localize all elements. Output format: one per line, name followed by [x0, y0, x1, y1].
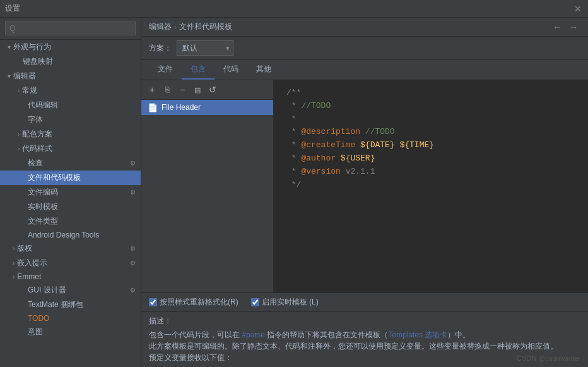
- reset-template-button[interactable]: ↺: [206, 83, 220, 97]
- sidebar-item-label: TextMate 捆绑包: [28, 299, 83, 310]
- sidebar-item-font[interactable]: 字体: [0, 112, 141, 127]
- template-toolbar: + ⎘ − ▤ ↺: [141, 80, 273, 100]
- reformat-label: 按照样式重新格式化(R): [160, 297, 238, 308]
- tab-files[interactable]: 文件: [149, 60, 182, 80]
- watermark: CSDN @csdmwinter: [517, 354, 580, 362]
- code-line-5: * @createTime ${DATE} ${TIME}: [286, 139, 582, 152]
- main-layout: ▾ 外观与行为键盘映射▾ 编辑器› 常规代码编辑字体› 配色方案› 代码样式检查…: [0, 18, 588, 367]
- description-label: 描述：: [149, 316, 580, 327]
- badge-icon: ⚙: [130, 189, 136, 196]
- sidebar-item-label: 代码样式: [22, 143, 52, 154]
- template-list: + ⎘ − ▤ ↺ 📄 File Header: [141, 80, 274, 292]
- code-line-6: * @author ${USER}: [286, 152, 582, 165]
- breadcrumb-part2: 文件和代码模板: [179, 21, 232, 32]
- sidebar-item-file-types[interactable]: 文件类型: [0, 214, 141, 229]
- sidebar-item-label: 常规: [22, 85, 37, 96]
- live-template-checkbox[interactable]: [251, 298, 259, 306]
- sidebar-item-file-templates[interactable]: 文件和代码模板: [0, 171, 141, 185]
- tab-includes[interactable]: 包含: [182, 60, 215, 80]
- scheme-select-wrapper: 默认 ▼: [177, 40, 233, 56]
- reformat-checkbox-label[interactable]: 按照样式重新格式化(R): [149, 297, 238, 308]
- sidebar-item-editor[interactable]: ▾ 编辑器: [0, 69, 141, 83]
- code-editor[interactable]: /** * //TODO * * @description //TODO * @…: [274, 80, 588, 292]
- back-button[interactable]: ←: [550, 20, 564, 34]
- scheme-label: 方案：: [149, 43, 172, 54]
- title-bar: 设置 ✕: [0, 0, 588, 18]
- badge-icon: ⚙: [130, 287, 136, 294]
- sidebar-item-label: 字体: [28, 114, 43, 125]
- sidebar-item-file-encoding[interactable]: 文件编码⚙: [0, 185, 141, 200]
- breadcrumb-separator: ›: [174, 23, 177, 32]
- sidebar-item-label: 文件类型: [28, 216, 58, 227]
- templates-link[interactable]: Templates 选项卡: [388, 330, 447, 339]
- sidebar-item-code-style[interactable]: › 代码样式: [0, 141, 141, 156]
- sidebar-item-label: 文件和代码模板: [28, 172, 81, 183]
- window-title: 设置: [5, 3, 20, 14]
- code-line-2: * //TODO: [286, 100, 582, 113]
- scheme-select[interactable]: 默认: [177, 40, 233, 56]
- remove-template-button[interactable]: −: [175, 83, 189, 97]
- expand-arrow: ›: [18, 145, 20, 152]
- expand-arrow: ›: [18, 87, 20, 94]
- sidebar-item-label: 版权: [17, 243, 32, 254]
- sidebar-item-label: 编辑器: [13, 71, 36, 81]
- sidebar-item-gui-designer[interactable]: GUI 设计器⚙: [0, 283, 141, 298]
- expand-arrow: ›: [18, 131, 20, 138]
- sidebar-item-label: GUI 设计器: [28, 285, 66, 296]
- moveup-template-button[interactable]: ▤: [191, 83, 204, 97]
- parse-link[interactable]: #parse: [242, 330, 265, 339]
- tab-code[interactable]: 代码: [215, 60, 247, 80]
- sidebar-item-textmate[interactable]: TextMate 捆绑包: [0, 298, 141, 312]
- template-area: + ⎘ − ▤ ↺ 📄 File Header /** *: [141, 80, 588, 367]
- sidebar-item-label: 检查: [28, 158, 43, 169]
- sidebar-item-general[interactable]: › 常规: [0, 83, 141, 98]
- template-item-label: File Header: [162, 103, 201, 112]
- badge-icon: ⚙: [130, 260, 136, 267]
- sidebar-item-inlay-hints[interactable]: › 嵌入提示⚙: [0, 256, 141, 270]
- code-line-7: * @version v2.1.1: [286, 165, 582, 179]
- tabs-bar: 文件 包含 代码 其他: [141, 60, 588, 80]
- search-input[interactable]: [5, 21, 136, 35]
- breadcrumb-navigation: ← →: [550, 20, 580, 34]
- sidebar-search-area: [0, 18, 141, 40]
- reformat-checkbox[interactable]: [149, 298, 157, 306]
- copy-template-button[interactable]: ⎘: [160, 83, 174, 97]
- bottom-checkboxes: 按照样式重新格式化(R) 启用实时模板 (L): [141, 292, 588, 311]
- sidebar-item-emmet[interactable]: › Emmet: [0, 270, 141, 283]
- sidebar-item-live-templates[interactable]: 实时模板: [0, 200, 141, 214]
- sidebar-item-label: 文件编码: [28, 187, 58, 198]
- expand-arrow: ▾: [8, 73, 11, 80]
- sidebar-item-appearance[interactable]: ▾ 外观与行为: [0, 40, 141, 54]
- sidebar-item-label: 键盘映射: [23, 56, 53, 67]
- live-template-checkbox-label[interactable]: 启用实时模板 (L): [251, 297, 319, 308]
- sidebar-item-intentions[interactable]: 意图: [0, 325, 141, 339]
- sidebar-item-todo[interactable]: TODO: [0, 312, 141, 325]
- forward-button[interactable]: →: [567, 20, 580, 34]
- sidebar-item-copyright[interactable]: › 版权⚙: [0, 241, 141, 256]
- code-line-8: */: [286, 179, 582, 192]
- sidebar-item-android-design[interactable]: Android Design Tools: [0, 229, 141, 241]
- code-line-4: * @description //TODO: [286, 126, 582, 139]
- template-item-file-header[interactable]: 📄 File Header: [141, 100, 273, 115]
- scheme-bar: 方案： 默认 ▼: [141, 37, 588, 60]
- expand-arrow: ›: [13, 274, 15, 280]
- content-area: 编辑器 › 文件和代码模板 ← → 方案： 默认 ▼ 文件 包含 代码: [141, 18, 588, 367]
- code-editor-area: /** * //TODO * * @description //TODO * @…: [274, 80, 588, 292]
- sidebar-item-label: TODO: [28, 314, 49, 323]
- file-header-icon: 📄: [148, 103, 158, 112]
- close-button[interactable]: ✕: [573, 4, 583, 14]
- code-line-1: /**: [286, 87, 582, 100]
- add-template-button[interactable]: +: [145, 83, 159, 97]
- sidebar-item-label: Android Design Tools: [28, 231, 99, 239]
- expand-arrow: ›: [13, 260, 15, 267]
- sidebar-item-code-edit[interactable]: 代码编辑: [0, 98, 141, 112]
- breadcrumb-part1: 编辑器: [149, 21, 172, 32]
- sidebar-item-inspection[interactable]: 检查⚙: [0, 156, 141, 171]
- badge-icon: ⚙: [130, 245, 136, 252]
- tab-other[interactable]: 其他: [247, 60, 280, 80]
- sidebar: ▾ 外观与行为键盘映射▾ 编辑器› 常规代码编辑字体› 配色方案› 代码样式检查…: [0, 18, 141, 367]
- badge-icon: ⚙: [130, 160, 136, 167]
- sidebar-item-keymap[interactable]: 键盘映射: [0, 54, 141, 69]
- sidebar-item-label: 实时模板: [28, 202, 58, 212]
- sidebar-item-color-scheme[interactable]: › 配色方案: [0, 127, 141, 141]
